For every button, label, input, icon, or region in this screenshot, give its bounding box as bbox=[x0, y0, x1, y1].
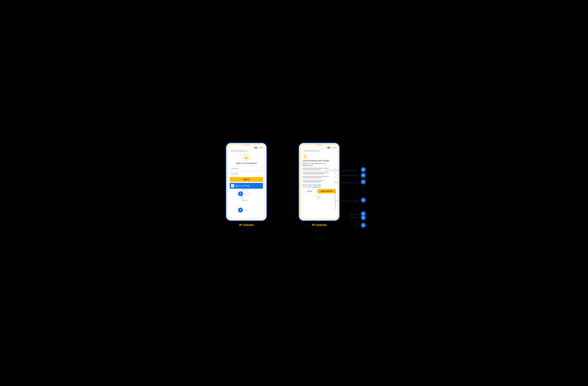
privacy-policy-link[interactable]: Privacy Policy bbox=[313, 184, 321, 186]
phone2-logo bbox=[302, 154, 307, 159]
unlink-link[interactable]: example.com bbox=[313, 186, 321, 188]
badge-6: 6 bbox=[361, 215, 366, 220]
phone2-home-wrap bbox=[301, 193, 338, 199]
perm-row-2: ∨ bbox=[302, 171, 336, 175]
phone1-content: Sign in to [Company] Sign In G Sign in w… bbox=[228, 153, 265, 189]
badge-5-label: 5 bbox=[240, 193, 241, 195]
google-g-icon: G bbox=[232, 185, 233, 187]
phone2-status-bar: ▾▾ ▋▊ 🔋 12:30 bbox=[301, 146, 338, 149]
signin-button[interactable]: Sign In bbox=[230, 177, 263, 182]
phone1-page-title: Sign in to [Company] bbox=[236, 162, 257, 165]
time-display: 12:30 bbox=[260, 147, 263, 148]
unlink-text: You can unlink at bbox=[302, 186, 313, 188]
wifi-icon-2: ▾▾ bbox=[326, 147, 327, 148]
phone2-address-wrapper: https://www.example.com bbox=[301, 149, 338, 153]
perm-line bbox=[302, 172, 329, 173]
badge-2-label: 2 bbox=[363, 199, 364, 201]
phone1: ▾▾ ▋▊ 🔋 12:30 https://www.example.com Si… bbox=[226, 143, 267, 221]
badge-4: 4 bbox=[238, 208, 243, 212]
badge-3-label: 3 bbox=[363, 224, 364, 227]
phone1-logo bbox=[243, 154, 250, 160]
badge-3: 3 bbox=[361, 223, 366, 228]
perm-row-3: ∨ bbox=[302, 176, 336, 179]
link-title-row bbox=[302, 154, 336, 159]
notch bbox=[244, 145, 249, 146]
badge-8: 8 bbox=[361, 167, 366, 172]
perm-lines-4 bbox=[302, 180, 334, 182]
chevron-icon-4[interactable]: ∨ bbox=[335, 180, 336, 182]
badge-5: 5 bbox=[238, 191, 243, 196]
wifi-icon: ▾▾ bbox=[253, 147, 254, 148]
badge-1-label: 1 bbox=[363, 213, 364, 215]
chevron-icon-3[interactable]: ∨ bbox=[335, 176, 336, 178]
action-row: Cancel Agree and link bbox=[302, 189, 336, 193]
phone1-status-bar: ▾▾ ▋▊ 🔋 12:30 bbox=[228, 146, 265, 149]
time-display-2: 12:30 bbox=[333, 147, 336, 148]
google-button-label: Sign in with Google bbox=[235, 185, 250, 187]
change-account-link[interactable]: change account bbox=[302, 164, 336, 166]
battery-icon-2: 🔋 bbox=[330, 147, 332, 148]
phone1-home-wrap bbox=[228, 189, 265, 196]
phone2-inner: ▾▾ ▋▊ 🔋 12:30 https://www.example.com bbox=[300, 144, 338, 219]
link-title: Link [Company] with Google bbox=[302, 159, 336, 162]
signed-in-text: Signed in as user123@example.com bbox=[302, 163, 336, 164]
perm-line bbox=[302, 168, 329, 169]
home-button-2[interactable] bbox=[317, 194, 321, 199]
password-field[interactable] bbox=[230, 172, 263, 176]
home-button-1[interactable] bbox=[244, 191, 249, 196]
badge-6-label: 6 bbox=[363, 217, 364, 219]
username-field[interactable] bbox=[230, 166, 263, 171]
signal-icon: ▋▊ bbox=[255, 147, 257, 148]
perm-line bbox=[302, 169, 321, 170]
review-text: Review Google's bbox=[302, 184, 313, 186]
phone1-wrapper: ▾▾ ▋▊ 🔋 12:30 https://www.example.com Si… bbox=[226, 143, 267, 227]
notch2 bbox=[316, 145, 322, 146]
phone1-address-bar[interactable]: https://www.example.com bbox=[229, 149, 264, 152]
perm-line bbox=[302, 173, 324, 174]
perm-line bbox=[302, 178, 321, 179]
phone2: ▾▾ ▋▊ 🔋 12:30 https://www.example.com bbox=[299, 143, 340, 221]
perm-lines-3 bbox=[302, 176, 334, 179]
diagram-container: ▾▾ ▋▊ 🔋 12:30 https://www.example.com Si… bbox=[220, 143, 368, 243]
perm-line bbox=[302, 182, 321, 182]
phone1-label: 3P website bbox=[239, 223, 254, 227]
chevron-icon-1[interactable]: ∨ bbox=[335, 168, 336, 170]
badge-2: 2 bbox=[361, 198, 366, 203]
badge-7: 7 bbox=[361, 180, 366, 184]
google-signin-button[interactable]: G Sign in with Google bbox=[230, 183, 263, 189]
badge-A-label: A bbox=[362, 174, 364, 177]
phone2-label: 3P website bbox=[312, 223, 327, 227]
perm-lines-2 bbox=[302, 172, 334, 174]
policy-row: Review Google's Privacy Policy You can u… bbox=[302, 184, 336, 188]
triangle-icon-2 bbox=[304, 155, 306, 158]
perm-line bbox=[302, 176, 329, 177]
triangle-icon bbox=[245, 156, 248, 159]
perm-row-1: ∨ bbox=[302, 167, 336, 171]
phone1-address-wrapper: https://www.example.com bbox=[228, 149, 265, 153]
permissions-list: ∨ ∨ bbox=[302, 167, 336, 183]
phone2-address-bar[interactable]: https://www.example.com bbox=[302, 149, 336, 152]
phone2-notch bbox=[301, 145, 338, 146]
perm-lines-1 bbox=[302, 168, 334, 170]
perm-row-4: ∨ bbox=[302, 180, 336, 183]
badge-8-label: 8 bbox=[363, 168, 364, 171]
badge-A: A bbox=[361, 173, 366, 178]
cancel-button[interactable]: Cancel bbox=[302, 189, 316, 193]
google-icon-bg: G bbox=[231, 184, 234, 187]
chevron-icon-2[interactable]: ∨ bbox=[335, 172, 336, 174]
agree-button[interactable]: Agree and link bbox=[317, 189, 336, 193]
signal-icon-2: ▋▊ bbox=[328, 147, 330, 148]
perm-line bbox=[302, 180, 324, 181]
phone1-notch bbox=[228, 145, 265, 146]
phone2-link-content: Link [Company] with Google Signed in as … bbox=[301, 153, 338, 193]
badge-4-label: 4 bbox=[240, 209, 241, 211]
phone1-inner: ▾▾ ▋▊ 🔋 12:30 https://www.example.com Si… bbox=[228, 144, 265, 219]
battery-icon: 🔋 bbox=[258, 147, 259, 148]
phone2-wrapper: ▾▾ ▋▊ 🔋 12:30 https://www.example.com bbox=[299, 143, 340, 227]
badge-7-label: 7 bbox=[363, 181, 364, 183]
